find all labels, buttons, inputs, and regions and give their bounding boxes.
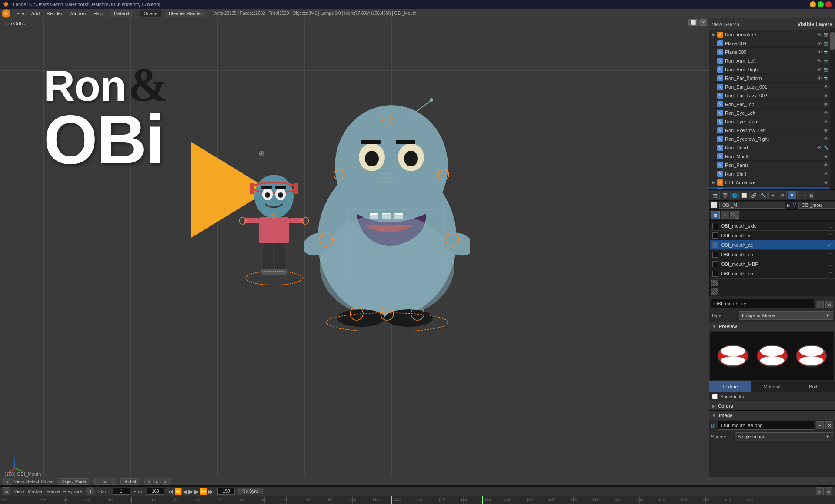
oi-camera-3[interactable]: 📷 (824, 59, 828, 63)
oi-eye-8[interactable]: 👁 (824, 102, 828, 107)
close-btn[interactable] (825, 1, 832, 7)
outliner-item-6[interactable]: M Ron_Ear_Lazy_001 👁 ⬜ (709, 83, 835, 91)
tl-back[interactable]: ⏪ (174, 488, 182, 495)
outliner-item-18[interactable]: M OBI_mesh_body 👁 ⬜ (709, 187, 835, 190)
oi-eye-14[interactable]: 👁 (824, 154, 828, 159)
select-label[interactable]: Select (26, 479, 40, 484)
outliner-item-12[interactable]: M Ron_Eyebrow_Right 👁 ⬜ (709, 135, 835, 143)
outliner-item-15[interactable]: M Ron_Pants 👁 ⬜ (709, 161, 835, 169)
prop-icon-material[interactable]: ○ (797, 191, 806, 199)
outliner-item-2[interactable]: M Plane.005 👁 📷 ⬜ (709, 48, 835, 56)
oi-eye-12[interactable]: 👁 (824, 136, 828, 142)
display-tab-material[interactable]: Material (751, 381, 793, 392)
obj-arrow-1[interactable]: ▶ (787, 203, 791, 208)
tl-extra-2[interactable]: ⊠ (825, 487, 832, 495)
oi-eye-2[interactable]: 👁 (817, 50, 822, 55)
viewport[interactable]: Top Ortho Ron & OBi (0, 18, 709, 486)
tl-extra-1[interactable]: ⊞ (816, 487, 824, 495)
tex-name-x-btn[interactable]: ✕ (825, 301, 833, 308)
display-tab-both[interactable]: Both (793, 381, 835, 392)
gizmo-btn-2[interactable]: ⊕ (102, 478, 109, 485)
texture-item-4[interactable]: OBI_mouth_MBP □ (710, 259, 835, 269)
oi-eye-17[interactable]: 👁 (824, 180, 828, 185)
outliner-scrollbar-thumb[interactable] (830, 32, 835, 50)
oi-wrench-13[interactable]: 🔧 (824, 146, 828, 150)
transform-selector[interactable]: Global (120, 478, 139, 485)
tl-skip-back[interactable]: ⏮ (167, 488, 174, 495)
scene-input[interactable]: Scene (140, 10, 161, 17)
oi-eye-9[interactable]: 👁 (824, 110, 828, 116)
image-x-btn[interactable]: ✕ (825, 421, 833, 429)
prop-icon-constraints[interactable]: 🔗 (749, 191, 758, 199)
workspace-selector[interactable]: Default (110, 10, 133, 17)
sub-tab-2[interactable]: ○ (721, 211, 729, 219)
view-label[interactable]: View (14, 479, 24, 484)
prop-icon-modifier[interactable]: 🔧 (759, 191, 768, 199)
tl-frame-fwd[interactable]: ▶ (194, 488, 199, 495)
outliner-item-10[interactable]: M Ron_Eye_Right 👁 ⬜ (709, 117, 835, 126)
tex-check-2[interactable]: ✓ (828, 242, 832, 248)
tl-start-input[interactable] (113, 488, 130, 495)
menu-item-file[interactable]: File (13, 9, 28, 18)
outliner-item-16[interactable]: M Ron_Shirt 👁 ⬜ (709, 169, 835, 178)
menu-item-help[interactable]: Help (90, 9, 107, 18)
tex-toggle-3[interactable]: □ (829, 252, 832, 257)
outliner-item-1[interactable]: M Plane.004 👁 📷 ⬜ (709, 39, 835, 48)
preview-section-header[interactable]: ▼ Preview (709, 322, 835, 331)
tex-toggle-0[interactable]: □ (829, 223, 832, 229)
prop-icon-scene[interactable]: 🎬 (721, 191, 729, 199)
search-menu[interactable]: Search (724, 22, 739, 27)
tl-menu-view[interactable]: View (14, 489, 24, 494)
oi-eye-6[interactable]: 👁 (824, 84, 828, 90)
colors-section-header[interactable]: ▶ Colors (709, 401, 835, 411)
menu-item-render[interactable]: Render (43, 9, 66, 18)
outliner-item-9[interactable]: M Ron_Eye_Left 👁 ⬜ (709, 109, 835, 117)
image-section-header[interactable]: ▼ Image (709, 411, 835, 420)
oi-eye-5[interactable]: 👁 (817, 76, 822, 81)
viewport-close-btn[interactable]: ✕ (699, 19, 707, 26)
tl-menu-frame[interactable]: Frame (46, 489, 60, 494)
source-dropdown[interactable]: Single Image ▼ (735, 432, 833, 441)
outliner-item-8[interactable]: M Ron_Ear_Top 👁 ⬜ (709, 100, 835, 109)
prop-icon-render[interactable]: 📷 (711, 191, 720, 199)
timeline-track[interactable]: -50 -40 -30 -20 -10 0 10 20 30 40 50 60 … (0, 496, 835, 504)
outliner-item-11[interactable]: M Ron_Eyebrow_Left 👁 ⬜ (709, 126, 835, 135)
tex-toggle-4[interactable]: □ (829, 262, 832, 267)
oi-eye-11[interactable]: 👁 (824, 128, 828, 133)
type-dropdown[interactable]: Image or Movie ▼ (739, 311, 833, 320)
extra-btn-2[interactable]: ⊠ (153, 478, 161, 485)
oi-camera-1[interactable]: 📷 (824, 41, 828, 46)
tex-name-f-btn[interactable]: F (816, 301, 824, 308)
menu-item-window[interactable]: Window (66, 9, 90, 18)
tl-end-input[interactable] (147, 488, 164, 495)
sub-tab-checkered[interactable] (730, 211, 739, 219)
sub-tab-1[interactable]: ▦ (711, 211, 720, 219)
tl-menu-marker[interactable]: Marker (28, 489, 43, 494)
texture-item-0[interactable]: OBI_mouth_side □ (710, 221, 835, 231)
image-f-btn[interactable]: F (816, 421, 824, 429)
outliner-scrollbar[interactable] (830, 28, 835, 189)
tl-play-btn[interactable]: ⏸ (86, 487, 94, 495)
minimize-btn[interactable] (810, 1, 816, 7)
viewport-maximize-btn[interactable]: ⬜ (688, 19, 698, 26)
oi-camera-4[interactable]: 📷 (824, 67, 828, 72)
prop-icon-data[interactable]: ▼ (788, 191, 796, 199)
outliner-item-3[interactable]: M Ron_Arm_Left 👁 📷 ⬜ (709, 56, 835, 65)
prop-icon-particles[interactable]: ✦ (768, 191, 777, 199)
oi-eye-18[interactable]: 👁 (824, 189, 828, 190)
prop-icon-physics[interactable]: ≋ (778, 191, 787, 199)
view-menu[interactable]: View (712, 22, 722, 27)
show-alpha-checkbox[interactable] (712, 394, 718, 399)
extra-btn-1[interactable]: ⊞ (144, 478, 152, 485)
texture-name-field[interactable] (711, 299, 814, 308)
outliner-item-4[interactable]: M Ron_Arm_Right 👁 📷 ⬜ (709, 65, 835, 74)
outliner-item-17[interactable]: ▶ A OBI_Armature 👁 ⬜ (709, 178, 835, 187)
mode-selector[interactable]: Object Mode (58, 478, 89, 485)
prop-icon-texture[interactable]: ▦ (807, 191, 815, 199)
tl-sync-btn[interactable]: No Sync (238, 488, 263, 494)
tex-toggle-5[interactable]: □ (829, 271, 832, 276)
gizmo-btn-1[interactable]: · (94, 478, 101, 485)
oi-eye-15[interactable]: 👁 (824, 162, 828, 168)
prop-icon-object[interactable]: ⬜ (740, 191, 748, 199)
tl-skip-fwd[interactable]: ⏭ (208, 488, 214, 495)
